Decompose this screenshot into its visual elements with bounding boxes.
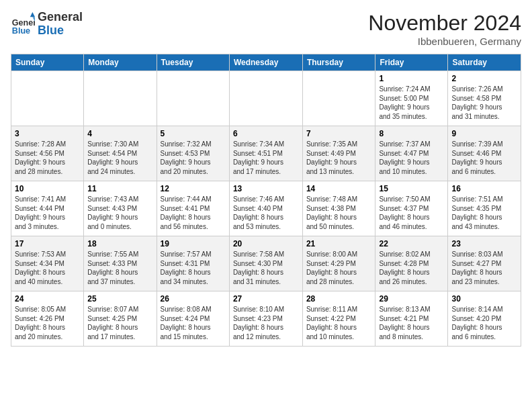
day-info: Sunrise: 8:07 AMSunset: 4:25 PMDaylight:…: [87, 305, 152, 341]
day-number: 2: [451, 74, 517, 83]
day-number: 28: [306, 294, 372, 304]
day-number: 22: [379, 239, 444, 248]
calendar-cell: 13Sunrise: 7:46 AMSunset: 4:40 PMDayligh…: [229, 181, 302, 236]
day-number: 3: [15, 129, 80, 138]
title-block: November 2024 Ibbenbueren, Germany: [368, 11, 521, 47]
day-number: 16: [451, 184, 517, 193]
day-info: Sunrise: 7:58 AMSunset: 4:30 PMDaylight:…: [233, 250, 299, 286]
day-number: 6: [233, 129, 299, 138]
day-number: 18: [87, 239, 152, 248]
day-info: Sunrise: 8:10 AMSunset: 4:23 PMDaylight:…: [233, 305, 299, 341]
day-number: 24: [15, 294, 80, 304]
weekday-header-friday: Friday: [375, 54, 448, 71]
calendar-cell: [229, 71, 302, 126]
weekday-header-sunday: Sunday: [11, 54, 84, 71]
calendar-cell: 17Sunrise: 7:53 AMSunset: 4:34 PMDayligh…: [11, 236, 84, 291]
day-number: 21: [306, 239, 372, 248]
day-number: 10: [15, 184, 80, 193]
day-info: Sunrise: 8:13 AMSunset: 4:21 PMDaylight:…: [379, 305, 444, 341]
calendar-cell: 18Sunrise: 7:55 AMSunset: 4:33 PMDayligh…: [84, 236, 157, 291]
day-number: 25: [87, 294, 152, 304]
calendar-cell: 24Sunrise: 8:05 AMSunset: 4:26 PMDayligh…: [11, 291, 84, 347]
svg-marker-2: [30, 12, 35, 17]
day-number: 1: [379, 74, 444, 83]
calendar-cell: 9Sunrise: 7:39 AMSunset: 4:46 PMDaylight…: [448, 126, 521, 181]
calendar: SundayMondayTuesdayWednesdayThursdayFrid…: [11, 54, 521, 347]
calendar-cell: 10Sunrise: 7:41 AMSunset: 4:44 PMDayligh…: [11, 181, 84, 236]
day-info: Sunrise: 7:50 AMSunset: 4:37 PMDaylight:…: [379, 195, 444, 231]
weekday-header-tuesday: Tuesday: [157, 54, 229, 71]
logo: General Blue General Blue: [11, 11, 83, 38]
day-info: Sunrise: 7:26 AMSunset: 4:58 PMDaylight:…: [451, 85, 517, 121]
location: Ibbenbueren, Germany: [368, 36, 521, 47]
calendar-cell: 29Sunrise: 8:13 AMSunset: 4:21 PMDayligh…: [375, 291, 448, 347]
calendar-cell: 27Sunrise: 8:10 AMSunset: 4:23 PMDayligh…: [229, 291, 302, 347]
day-info: Sunrise: 8:03 AMSunset: 4:27 PMDaylight:…: [451, 250, 517, 286]
weekday-header-wednesday: Wednesday: [229, 54, 302, 71]
day-info: Sunrise: 7:35 AMSunset: 4:49 PMDaylight:…: [306, 140, 372, 176]
calendar-cell: 8Sunrise: 7:37 AMSunset: 4:47 PMDaylight…: [375, 126, 448, 181]
day-info: Sunrise: 8:00 AMSunset: 4:29 PMDaylight:…: [306, 250, 372, 286]
calendar-cell: 22Sunrise: 8:02 AMSunset: 4:28 PMDayligh…: [375, 236, 448, 291]
logo-general: General: [38, 11, 83, 24]
calendar-cell: 25Sunrise: 8:07 AMSunset: 4:25 PMDayligh…: [84, 291, 157, 347]
calendar-cell: [11, 71, 84, 126]
day-number: 14: [306, 184, 372, 193]
day-info: Sunrise: 8:14 AMSunset: 4:20 PMDaylight:…: [451, 305, 517, 341]
day-number: 8: [379, 129, 444, 138]
day-info: Sunrise: 7:46 AMSunset: 4:40 PMDaylight:…: [233, 195, 299, 231]
weekday-header-monday: Monday: [84, 54, 157, 71]
calendar-cell: 26Sunrise: 8:08 AMSunset: 4:24 PMDayligh…: [157, 291, 229, 347]
weekday-header-saturday: Saturday: [448, 54, 521, 71]
calendar-cell: 4Sunrise: 7:30 AMSunset: 4:54 PMDaylight…: [84, 126, 157, 181]
day-number: 13: [233, 184, 299, 193]
day-info: Sunrise: 8:08 AMSunset: 4:24 PMDaylight:…: [161, 305, 226, 341]
day-number: 12: [161, 184, 226, 193]
day-info: Sunrise: 7:51 AMSunset: 4:35 PMDaylight:…: [451, 195, 517, 231]
header: General Blue General Blue November 2024 …: [11, 11, 521, 47]
calendar-cell: 11Sunrise: 7:43 AMSunset: 4:43 PMDayligh…: [84, 181, 157, 236]
day-info: Sunrise: 7:24 AMSunset: 5:00 PMDaylight:…: [379, 85, 444, 121]
day-info: Sunrise: 7:44 AMSunset: 4:41 PMDaylight:…: [161, 195, 226, 231]
month-title: November 2024: [368, 11, 521, 36]
day-info: Sunrise: 7:39 AMSunset: 4:46 PMDaylight:…: [451, 140, 517, 176]
day-number: 29: [379, 294, 444, 304]
calendar-cell: 12Sunrise: 7:44 AMSunset: 4:41 PMDayligh…: [157, 181, 229, 236]
day-number: 4: [87, 129, 152, 138]
calendar-cell: [302, 71, 375, 126]
calendar-cell: 7Sunrise: 7:35 AMSunset: 4:49 PMDaylight…: [302, 126, 375, 181]
day-number: 15: [379, 184, 444, 193]
calendar-cell: 30Sunrise: 8:14 AMSunset: 4:20 PMDayligh…: [448, 291, 521, 347]
calendar-cell: 6Sunrise: 7:34 AMSunset: 4:51 PMDaylight…: [229, 126, 302, 181]
calendar-cell: 16Sunrise: 7:51 AMSunset: 4:35 PMDayligh…: [448, 181, 521, 236]
day-info: Sunrise: 7:34 AMSunset: 4:51 PMDaylight:…: [233, 140, 299, 176]
calendar-cell: 3Sunrise: 7:28 AMSunset: 4:56 PMDaylight…: [11, 126, 84, 181]
weekday-header-thursday: Thursday: [302, 54, 375, 71]
day-info: Sunrise: 7:57 AMSunset: 4:31 PMDaylight:…: [161, 250, 226, 286]
day-info: Sunrise: 8:11 AMSunset: 4:22 PMDaylight:…: [306, 305, 372, 341]
day-info: Sunrise: 8:05 AMSunset: 4:26 PMDaylight:…: [15, 305, 80, 341]
page: General Blue General Blue November 2024 …: [0, 0, 532, 353]
logo-blue: Blue: [38, 24, 83, 38]
calendar-cell: [84, 71, 157, 126]
svg-text:Blue: Blue: [12, 26, 30, 36]
day-info: Sunrise: 7:37 AMSunset: 4:47 PMDaylight:…: [379, 140, 444, 176]
day-number: 17: [15, 239, 80, 248]
calendar-cell: 2Sunrise: 7:26 AMSunset: 4:58 PMDaylight…: [448, 71, 521, 126]
calendar-cell: 28Sunrise: 8:11 AMSunset: 4:22 PMDayligh…: [302, 291, 375, 347]
day-number: 7: [306, 129, 372, 138]
calendar-cell: 19Sunrise: 7:57 AMSunset: 4:31 PMDayligh…: [157, 236, 229, 291]
calendar-cell: 15Sunrise: 7:50 AMSunset: 4:37 PMDayligh…: [375, 181, 448, 236]
day-info: Sunrise: 7:41 AMSunset: 4:44 PMDaylight:…: [15, 195, 80, 231]
day-number: 30: [451, 294, 517, 304]
calendar-cell: 21Sunrise: 8:00 AMSunset: 4:29 PMDayligh…: [302, 236, 375, 291]
day-info: Sunrise: 8:02 AMSunset: 4:28 PMDaylight:…: [379, 250, 444, 286]
day-number: 20: [233, 239, 299, 248]
calendar-cell: 1Sunrise: 7:24 AMSunset: 5:00 PMDaylight…: [375, 71, 448, 126]
calendar-cell: [157, 71, 229, 126]
day-number: 11: [87, 184, 152, 193]
day-info: Sunrise: 7:43 AMSunset: 4:43 PMDaylight:…: [87, 195, 152, 231]
calendar-cell: 14Sunrise: 7:48 AMSunset: 4:38 PMDayligh…: [302, 181, 375, 236]
day-info: Sunrise: 7:28 AMSunset: 4:56 PMDaylight:…: [15, 140, 80, 176]
day-number: 27: [233, 294, 299, 304]
